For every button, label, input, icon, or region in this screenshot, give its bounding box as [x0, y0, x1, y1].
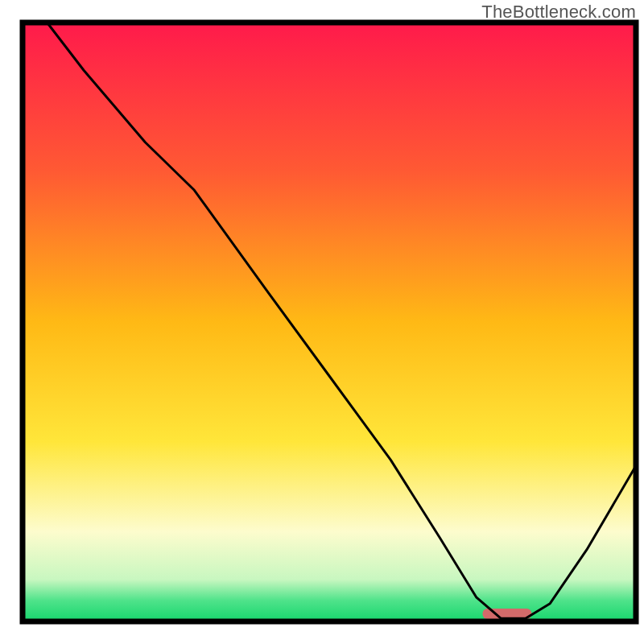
gradient-background	[23, 23, 636, 621]
watermark-label: TheBottleneck.com	[481, 2, 636, 23]
chart-container: TheBottleneck.com	[0, 0, 644, 644]
plot-area	[23, 23, 636, 621]
bottleneck-chart	[0, 0, 644, 644]
